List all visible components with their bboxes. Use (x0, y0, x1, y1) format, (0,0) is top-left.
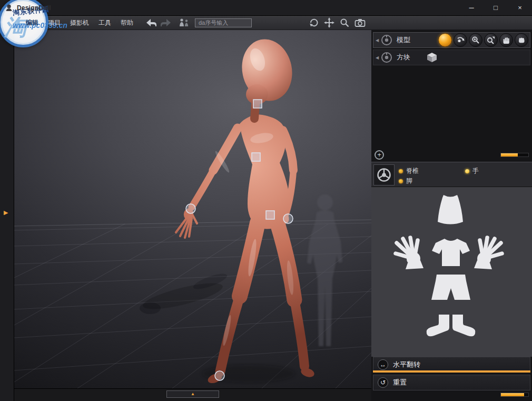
flip-icon: ↔ (378, 359, 388, 370)
redo-forward-icon[interactable] (160, 18, 172, 27)
radio-hand[interactable]: 手 (465, 167, 479, 175)
add-row: + (371, 150, 532, 161)
minimize-button[interactable]: ─ (459, 0, 484, 16)
collapse-arrow-icon[interactable]: ◀ (373, 55, 381, 60)
panel-slider[interactable] (500, 153, 529, 157)
tool-ball-icon[interactable] (438, 33, 452, 47)
figure-pair-icon[interactable] (178, 18, 190, 27)
flip-label: 水平翻转 (393, 360, 420, 369)
expand-bottom-panel-button[interactable]: ▲ (166, 390, 219, 398)
handle-left-ankle[interactable] (215, 371, 224, 380)
reset-icon: ↺ (378, 377, 388, 388)
part-shoes-button[interactable] (411, 312, 490, 346)
part-right-hand-button[interactable] (472, 236, 506, 272)
radio-dot-icon (399, 179, 403, 183)
menu-edit[interactable]: 编辑 (21, 17, 43, 29)
collapse-arrow-icon[interactable]: ◀ (373, 38, 381, 43)
shadow-figure (307, 194, 342, 346)
viewport-bottom-bar: ▲ (14, 388, 371, 401)
layer-label-model: 模型 (397, 35, 410, 45)
camera-icon[interactable] (354, 18, 366, 27)
part-torso-button[interactable] (432, 193, 469, 228)
window-title: DesignDoll (17, 4, 51, 12)
expand-left-panel-icon[interactable]: ▶ (4, 209, 8, 216)
figure-mannequin[interactable] (176, 35, 316, 385)
handle-hip[interactable] (266, 211, 274, 219)
radio-dot-icon (399, 169, 403, 173)
handle-right-wrist[interactable] (283, 214, 293, 223)
menu-tools[interactable]: 工具 (94, 17, 116, 29)
radio-dot-icon (465, 169, 469, 173)
move-icon[interactable] (324, 17, 334, 28)
doll-wheel-icon[interactable] (373, 164, 395, 185)
radio-label-hand: 手 (472, 167, 479, 175)
radio-foot[interactable]: 脚 (399, 177, 412, 185)
orbit-rotate-icon[interactable] (309, 17, 319, 28)
radio-label-foot: 脚 (406, 177, 412, 185)
part-shirt-button[interactable] (429, 237, 472, 270)
layer-dial-icon (381, 34, 393, 46)
reset-button[interactable]: ↺ 重置 (373, 375, 530, 390)
right-panel: ◀ 模型 (371, 30, 532, 401)
viewport-3d-scene[interactable] (14, 30, 371, 388)
reset-label: 重置 (393, 378, 407, 387)
add-object-button[interactable]: + (375, 150, 384, 160)
radio-spine[interactable]: 脊椎 (399, 167, 419, 175)
designdoll-window: DesignDoll ─ □ × 编辑 项目 摄影机 工具 帮助 (0, 0, 532, 401)
menu-project[interactable]: 项目 (43, 17, 65, 29)
tool-zoom-in-icon[interactable] (469, 33, 482, 47)
app-icon (5, 4, 13, 12)
panel-slider-bottom[interactable] (500, 393, 529, 397)
layer-label-block: 方块 (397, 53, 410, 62)
menu-camera[interactable]: 摄影机 (65, 17, 94, 29)
zoom-icon[interactable] (339, 17, 350, 28)
part-left-hand-button[interactable] (391, 236, 425, 272)
tool-fist-icon[interactable] (515, 33, 528, 47)
tool-hand-icon[interactable] (499, 33, 513, 47)
radio-label-spine: 脊椎 (406, 167, 419, 175)
tool-pan-zoom-icon[interactable] (484, 33, 498, 47)
menu-items: 编辑 项目 摄影机 工具 帮助 (21, 17, 138, 29)
left-side-strip: ▶ (0, 30, 14, 401)
serial-input[interactable] (195, 18, 252, 27)
layer-row-model[interactable]: ◀ 模型 (373, 32, 530, 48)
layer-row-block[interactable]: ◀ 方块 (373, 50, 530, 65)
layer-dial-icon (381, 52, 393, 63)
tool-rotate-icon[interactable] (454, 33, 467, 47)
body-parts-grid (371, 187, 532, 357)
handle-left-wrist[interactable] (186, 204, 195, 213)
part-selector: 脊椎 脚 手 (371, 162, 532, 187)
maximize-button[interactable]: □ (484, 0, 508, 16)
undo-back-icon[interactable] (145, 18, 157, 27)
handle-neck[interactable] (253, 100, 262, 108)
part-shorts-button[interactable] (429, 272, 472, 308)
menu-help[interactable]: 帮助 (116, 17, 138, 29)
close-button[interactable]: × (508, 0, 532, 16)
menubar: 编辑 项目 摄影机 工具 帮助 (0, 16, 532, 30)
titlebar: DesignDoll ─ □ × (0, 0, 532, 16)
viewport[interactable]: ▲ (14, 30, 371, 401)
flip-horizontal-button[interactable]: ↔ 水平翻转 (373, 357, 530, 373)
cube-icon (426, 52, 438, 63)
handle-chest[interactable] (252, 153, 260, 161)
